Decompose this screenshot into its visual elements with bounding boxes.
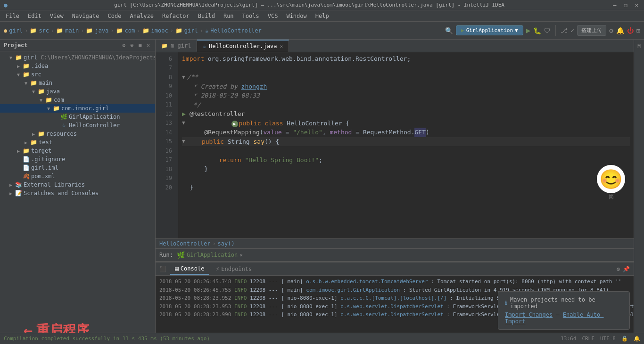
menu-item-file[interactable]: File: [2, 12, 23, 20]
bottom-settings-icon[interactable]: ⚙: [617, 266, 620, 272]
status-bar: Compilation completed successfully in 11…: [0, 333, 644, 344]
menu-item-edit[interactable]: Edit: [24, 12, 45, 20]
status-encoding[interactable]: UTF-8: [600, 336, 616, 342]
tree-item-imooc-girl[interactable]: ▼ 📁 com.imooc.girl: [0, 104, 155, 113]
sidebar-close-icon[interactable]: ✕: [145, 41, 151, 49]
menu-item-analyze[interactable]: Analyze: [126, 12, 157, 20]
code-editor[interactable]: import org.springframework.web.bind.anno…: [178, 52, 634, 238]
status-position[interactable]: 13:64: [561, 336, 576, 342]
notification-import-link[interactable]: Import Changes: [505, 311, 553, 318]
tree-item-hello-ctrl[interactable]: ▶ ☕ HelloController: [0, 121, 155, 130]
window-title: girl [C:\Users\ZHONGZHENHUA\IdeaProjects…: [8, 2, 611, 8]
tree-arrow-resources: ▶: [30, 131, 37, 137]
java-icon-hello-ctrl: ☕: [59, 122, 68, 129]
breadcrumb-imooc[interactable]: imooc: [151, 27, 168, 34]
breadcrumb-src[interactable]: src: [39, 27, 49, 34]
search-everywhere-icon[interactable]: 🔍: [445, 27, 453, 34]
tree-item-target[interactable]: ▶ 📁 target: [0, 147, 155, 155]
sidebar-gear-icon[interactable]: ≡: [137, 41, 143, 49]
folder-icon-com: 📁: [44, 97, 53, 103]
tree-item-resources[interactable]: ▶ 📁 resources: [0, 130, 155, 138]
tree-item-girl-root[interactable]: ▼ 📁 girl C:\Users\ZHONGZHENHUA\IdeaProje…: [0, 53, 155, 62]
status-crlf[interactable]: CRLF: [582, 336, 594, 342]
breadcrumb-java[interactable]: java: [95, 27, 108, 34]
tab-hello-controller[interactable]: ☕ HelloController.java ✕: [197, 40, 289, 52]
run-bar-close-btn[interactable]: ✕: [239, 252, 243, 258]
layout-icon[interactable]: ⊞: [636, 27, 640, 34]
tree-item-test[interactable]: ▶ 📁 test: [0, 138, 155, 147]
tree-item-girl-app[interactable]: ▶ 🌿 GirlApplication: [0, 113, 155, 121]
tree-arrow-girl-iml: ▶: [15, 165, 22, 171]
breadcrumb-girl2[interactable]: girl: [184, 27, 198, 34]
breadcrumb-hello-controller[interactable]: HelloController: [210, 27, 261, 34]
menu-item-tools[interactable]: Tools: [239, 12, 263, 20]
menu-item-run[interactable]: Run: [220, 12, 238, 20]
coverage-button[interactable]: 🛡: [544, 27, 551, 34]
menu-item-navigate[interactable]: Navigate: [68, 12, 103, 20]
run-config-button[interactable]: ▶ GirlApplication ▼: [456, 25, 523, 35]
minimize-button[interactable]: —: [611, 2, 618, 8]
fold-btn-13[interactable]: ▼: [182, 119, 185, 127]
tab-close-hello-ctrl[interactable]: ✕: [280, 43, 283, 49]
close-button[interactable]: ✕: [633, 2, 640, 8]
window-controls: — ❐ ✕: [611, 2, 640, 8]
breadcrumb-com[interactable]: com: [125, 27, 135, 34]
line-num-14: 14: [156, 128, 176, 137]
toolbar-separator: [555, 25, 556, 36]
tree-arrow-hello-ctrl: ▶: [53, 123, 59, 128]
menu-item-vcs[interactable]: VCS: [264, 12, 282, 20]
line-num-20: 20: [156, 183, 176, 192]
status-notification-icon[interactable]: 🔔: [634, 336, 640, 342]
tree-arrow-scratches: ▶: [8, 191, 14, 196]
tree-item-java[interactable]: ▼ 📁 java: [0, 87, 155, 96]
menu-item-code[interactable]: Code: [104, 12, 125, 20]
fold-btn-8[interactable]: ▼: [182, 74, 185, 82]
tree-item-girl-iml[interactable]: ▶ 📄 girl.iml: [0, 164, 155, 172]
tree-item-scratches[interactable]: ▶ 📝 Scratches and Consoles: [0, 189, 155, 197]
menu-item-window[interactable]: Window: [282, 12, 310, 20]
tree-item-pom-xml[interactable]: ▶ 🍂 pom.xml: [0, 172, 155, 180]
code-line-7: [182, 64, 630, 73]
tab-girl[interactable]: 📁 m girl: [156, 40, 197, 51]
code-line-11: */: [182, 100, 630, 110]
tree-item-idea[interactable]: ▶ 📁 .idea: [0, 62, 155, 70]
upload-button[interactable]: 搭建上传: [577, 25, 606, 36]
power-icon[interactable]: ⏻: [627, 27, 634, 34]
tree-arrow-girl-app: ▶: [53, 115, 59, 120]
settings-icon[interactable]: ⚙: [609, 27, 613, 34]
tab-console[interactable]: ▤ Console: [170, 263, 209, 275]
breadcrumb-girl[interactable]: girl: [9, 27, 23, 34]
maven-icon[interactable]: M: [637, 41, 641, 51]
run-bar-app[interactable]: 🌿 GirlApplication ✕: [177, 251, 243, 259]
sidebar-expand-icon[interactable]: ⊕: [129, 41, 135, 49]
project-panel: Project ⚙ ⊕ ≡ ✕ ▼ 📁 girl C:\Users\ZHONGZ…: [0, 40, 156, 344]
fold-btn-15[interactable]: ▼: [182, 138, 185, 146]
line-num-11: 11: [156, 100, 176, 110]
tree-item-src[interactable]: ▼ 📁 src: [0, 70, 155, 79]
git-commit-btn[interactable]: ✓: [570, 27, 574, 34]
notifications-icon[interactable]: 🔔: [616, 27, 624, 34]
run-indicator[interactable]: ▶: [231, 121, 238, 127]
bottom-pin-icon[interactable]: 📌: [623, 266, 630, 272]
tree-label-src: src: [30, 71, 41, 78]
menu-item-view[interactable]: View: [46, 12, 67, 20]
tree-item-gitignore[interactable]: ▶ 📄 .gitignore: [0, 155, 155, 164]
menu-item-build[interactable]: Build: [194, 12, 219, 20]
debug-button[interactable]: 🐛: [533, 27, 541, 34]
maximize-button[interactable]: ❐: [622, 2, 629, 8]
footer-breadcrumb-method[interactable]: say(): [218, 240, 235, 247]
footer-breadcrumb-ctrl[interactable]: HelloController: [159, 240, 210, 247]
tree-label-test: test: [38, 139, 52, 146]
tree-item-ext-libs[interactable]: ▶ 📚 External Libraries: [0, 180, 155, 189]
run-button[interactable]: ▶: [526, 26, 531, 35]
menu-item-help[interactable]: Help: [312, 12, 333, 20]
tree-item-com[interactable]: ▼ 📁 com: [0, 96, 155, 104]
tree-arrow-test: ▶: [23, 140, 29, 145]
breadcrumb-main[interactable]: main: [65, 27, 79, 34]
code-line-12: ▶ @RestController: [182, 109, 630, 119]
menu-item-refactor[interactable]: Refactor: [158, 12, 193, 20]
sidebar-settings-icon[interactable]: ⚙: [121, 41, 127, 49]
tab-endpoints[interactable]: ⚡ Endpoints: [211, 263, 256, 274]
line-num-17: 17: [156, 156, 176, 165]
tree-item-main[interactable]: ▼ 📁 main: [0, 79, 155, 87]
